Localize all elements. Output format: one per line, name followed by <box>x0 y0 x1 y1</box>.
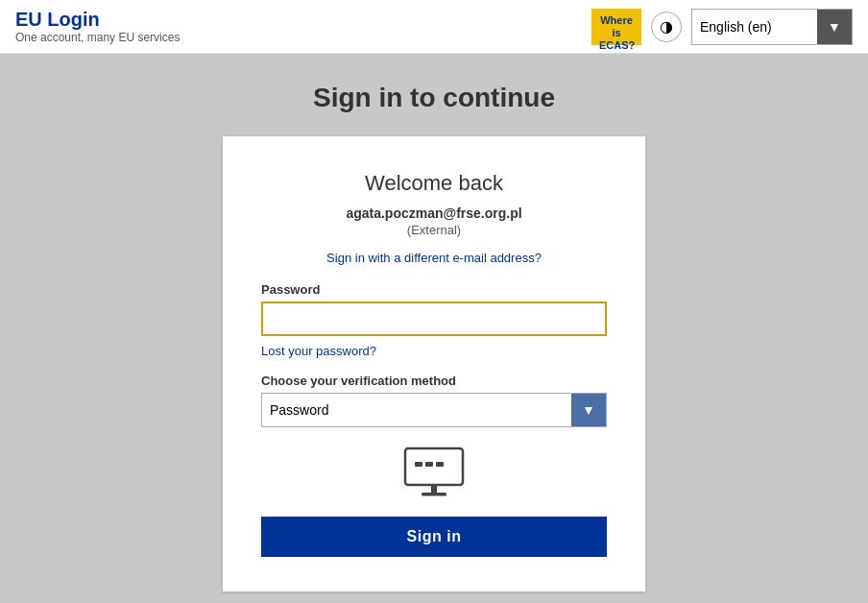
password-label: Password <box>261 282 607 297</box>
contrast-button[interactable]: ◑ <box>651 12 682 42</box>
app-title: EU Login <box>15 9 591 31</box>
welcome-heading: Welcome back <box>261 171 607 196</box>
verification-label: Choose your verification method <box>261 374 607 388</box>
svg-rect-5 <box>422 493 446 496</box>
login-card: Welcome back agata.poczman@frse.org.pl (… <box>223 136 645 591</box>
user-type: (External) <box>261 223 607 237</box>
verification-method-selector[interactable]: Password ▼ <box>261 393 607 427</box>
header: EU Login One account, many EU services W… <box>0 0 868 54</box>
app-subtitle: One account, many EU services <box>15 31 591 44</box>
language-select[interactable]: English (en) Français (fr) Deutsch (de) <box>692 10 817 44</box>
brand: EU Login One account, many EU services <box>15 9 591 44</box>
chevron-down-icon: ▼ <box>828 19 841 35</box>
switch-email-link[interactable]: Sign in with a different e-mail address? <box>261 251 607 265</box>
monitor-icon-container <box>261 446 607 499</box>
ecas-button[interactable]: Where is ECAS? <box>591 9 641 45</box>
language-dropdown-button[interactable]: ▼ <box>817 10 852 44</box>
chevron-down-icon: ▼ <box>582 402 595 418</box>
password-input[interactable] <box>261 302 607 336</box>
verification-dropdown-button[interactable]: ▼ <box>571 394 606 426</box>
main-content: Sign in to continue Welcome back agata.p… <box>0 54 868 603</box>
language-selector[interactable]: English (en) Français (fr) Deutsch (de) … <box>691 9 853 45</box>
header-controls: Where is ECAS? ◑ English (en) Français (… <box>591 9 853 45</box>
contrast-icon: ◑ <box>660 17 673 36</box>
svg-rect-4 <box>431 485 437 493</box>
signin-button[interactable]: Sign in <box>261 517 607 557</box>
svg-rect-3 <box>436 462 444 467</box>
svg-rect-1 <box>415 462 422 467</box>
verification-select[interactable]: Password <box>262 394 571 426</box>
page-title: Sign in to continue <box>313 83 555 113</box>
user-email: agata.poczman@frse.org.pl <box>261 205 607 221</box>
svg-rect-2 <box>425 462 433 467</box>
monitor-icon <box>400 446 468 499</box>
forgot-password-link[interactable]: Lost your password? <box>261 344 376 358</box>
svg-rect-0 <box>405 448 463 485</box>
